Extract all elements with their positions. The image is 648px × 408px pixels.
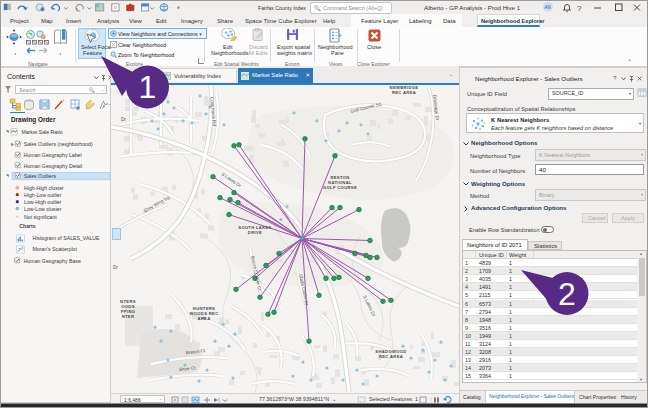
- svg-text:Low-Low cluster: Low-Low cluster: [24, 206, 62, 212]
- svg-text:DRIVE: DRIVE: [248, 230, 262, 235]
- svg-text:?: ?: [577, 4, 582, 13]
- svg-text:Histogram of SALES_VALUE: Histogram of SALES_VALUE: [32, 235, 100, 241]
- svg-text:Not significant: Not significant: [24, 214, 57, 220]
- svg-text:1: 1: [139, 69, 157, 105]
- svg-text:Sales Outliers (neighborhood): Sales Outliers (neighborhood): [24, 141, 93, 147]
- svg-text:Dr: Dr: [121, 117, 126, 122]
- svg-text:Sales Outliers: Sales Outliers: [24, 173, 57, 179]
- svg-text:Human Geography Label: Human Geography Label: [24, 152, 82, 158]
- svg-text:Dr: Dr: [113, 265, 118, 270]
- svg-text:Market Sale Ratio: Market Sale Ratio: [21, 129, 62, 135]
- svg-text:2: 2: [558, 276, 576, 312]
- svg-text:NTER: NTER: [122, 314, 135, 319]
- svg-text:AREA: AREA: [197, 316, 210, 321]
- svg-text:High-Low outlier: High-Low outlier: [24, 192, 62, 198]
- svg-text:GOLF COURSE: GOLF COURSE: [323, 185, 357, 190]
- svg-text:Charts: Charts: [19, 223, 36, 229]
- svg-text:Human Geography Detail: Human Geography Detail: [24, 163, 83, 169]
- svg-text:High-High cluster: High-High cluster: [24, 185, 64, 191]
- svg-text:REC AREA: REC AREA: [379, 354, 403, 359]
- svg-text:Moran's Scatterplot: Moran's Scatterplot: [32, 246, 77, 252]
- svg-text:REC AREA: REC AREA: [392, 90, 416, 95]
- svg-text:Human Geography Base: Human Geography Base: [24, 258, 81, 264]
- svg-text:Low-High outlier: Low-High outlier: [24, 199, 62, 205]
